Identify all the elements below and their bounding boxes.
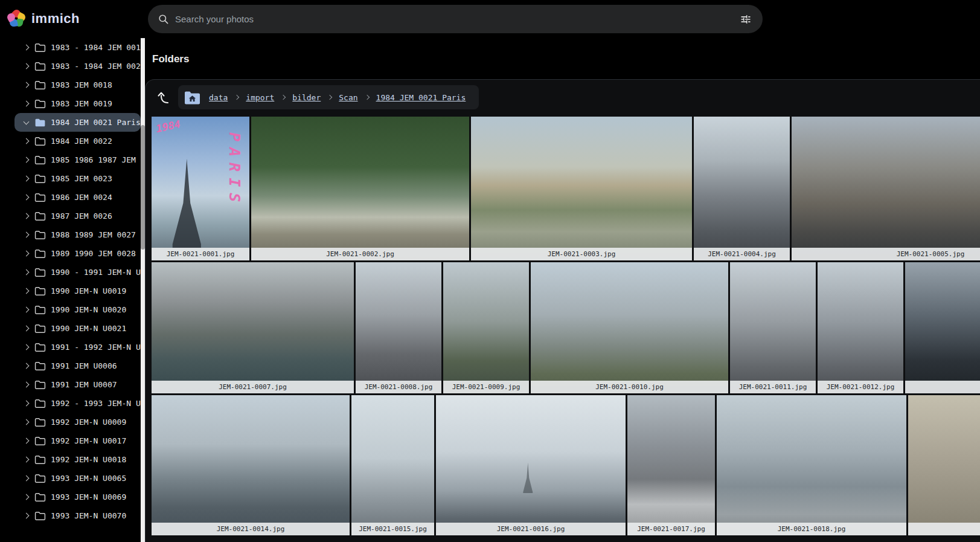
chevron-right-icon[interactable] [24,419,30,425]
sidebar-item-label: 1984 JEM 0022 [51,137,112,146]
chevron-right-icon[interactable] [24,476,30,482]
breadcrumb-link[interactable]: Scan [339,93,357,102]
chevron-right-icon[interactable] [24,195,30,201]
sidebar-item[interactable]: 1988 1989 JEM 0027 [14,225,141,244]
photo-thumbnail[interactable]: 1984PARISJEM-0021-0001.jpg [152,117,249,260]
sidebar-item[interactable]: 1990 JEM-N U0021 [14,319,141,338]
sidebar-item-label: 1992 - 1993 JEM-N U00 [51,399,141,408]
chevron-right-icon[interactable] [24,457,30,463]
photo-thumbnail[interactable]: JEM-0021-0017.jpg [627,395,715,535]
chevron-right-icon[interactable] [24,438,30,444]
photo-caption [905,381,980,393]
immich-logo-icon [7,10,25,28]
up-one-level-button[interactable] [153,87,173,108]
photo-thumbnail[interactable]: JEM-0021-0014.jpg [152,395,350,535]
sidebar-item[interactable]: 1993 JEM-N U0070 [14,506,141,525]
chevron-right-icon[interactable] [24,344,30,350]
photo-caption: JEM-0021-0007.jpg [152,381,354,393]
chevron-right-icon[interactable] [24,363,30,369]
sidebar-scrollbar-thumb[interactable] [141,125,145,250]
chevron-right-icon[interactable] [24,82,30,88]
chevron-right-icon[interactable] [24,63,30,69]
photo-thumbnail[interactable]: JEM-0021-0003.jpg [471,117,692,260]
photo-thumbnail[interactable]: JEM-0021-0011.jpg [730,262,816,393]
photo-thumbnail[interactable]: JEM-0021-0015.jpg [351,395,434,535]
chevron-right-icon[interactable] [24,288,30,294]
chevron-right-icon[interactable] [24,307,30,313]
sidebar-item[interactable]: 1989 1990 JEM 0028 [14,244,141,263]
sidebar-item[interactable]: 1983 - 1984 JEM 0020 [14,57,141,76]
page-title: Folders [152,53,189,65]
chevron-right-icon[interactable] [24,101,30,107]
photo-thumbnail[interactable] [908,395,980,535]
photo-thumbnail[interactable]: JEM-0021-0008.jpg [356,262,441,393]
folder-icon [34,343,46,352]
photo-filename: JEM-0021-0011.jpg [739,383,807,391]
search-filter-button[interactable] [734,7,758,31]
folder-tree-sidebar: 1983 - 1984 JEM 00171983 - 1984 JEM 0020… [0,38,141,542]
chevron-right-icon[interactable] [24,326,30,332]
sidebar-item[interactable]: 1991 JEM U0006 [14,356,141,375]
photo-thumbnail[interactable]: JEM-0021-0018.jpg [717,395,906,535]
sidebar-item[interactable]: 1993 JEM-N U0065 [14,469,141,488]
chevron-right-icon[interactable] [24,232,30,238]
chevron-right-icon[interactable] [24,45,30,51]
immich-logo[interactable]: immich [7,10,80,28]
photo-filename: JEM-0021-0007.jpg [219,383,287,391]
breadcrumb-link[interactable]: 1984 JEM 0021 Paris [376,93,466,102]
sidebar-item[interactable]: 1990 JEM-N U0020 [14,300,141,319]
sidebar-item[interactable]: 1990 JEM-N U0019 [14,282,141,300]
chevron-right-icon[interactable] [24,138,30,144]
sidebar-item-label: 1992 JEM-N U0018 [51,455,126,464]
photo-caption: JEM-0021-0004.jpg [694,248,790,260]
chevron-right-icon[interactable] [24,213,30,219]
chevron-right-icon[interactable] [24,176,30,182]
sidebar-item[interactable]: 1984 JEM 0021 Paris [14,113,141,132]
photo-thumbnail[interactable]: JEM-0021-0005.jpg [792,117,980,260]
sidebar-item[interactable]: 1985 1986 1987 JEM 00 [14,150,141,169]
photo-thumbnail[interactable]: JEM-0021-0004.jpg [694,117,790,260]
sidebar-item[interactable]: 1990 - 1991 JEM-N U00 [14,263,141,282]
sidebar-item[interactable]: 1983 - 1984 JEM 0017 [14,38,141,57]
photo-thumbnail[interactable]: JEM-0021-0010.jpg [531,262,728,393]
sidebar-item[interactable]: 1983 JEM 0019 [14,94,141,113]
sidebar-item[interactable]: 1992 - 1993 JEM-N U00 [14,394,141,413]
photo-thumbnail[interactable]: JEM-0021-0009.jpg [443,262,529,393]
sidebar-item[interactable]: 1991 - 1992 JEM-N U00 [14,338,141,356]
sidebar-item[interactable]: 1987 JEM 0026 [14,207,141,225]
photo-thumbnail[interactable] [905,262,980,393]
sidebar-item[interactable]: 1985 JEM 0023 [14,169,141,188]
chevron-right-icon[interactable] [24,513,30,519]
chevron-right-icon[interactable] [24,269,30,276]
chevron-right-icon[interactable] [24,494,30,500]
chevron-right-icon[interactable] [24,401,30,407]
sidebar-item-label: 1993 JEM-N U0070 [51,511,126,520]
photo-row: JEM-0021-0007.jpgJEM-0021-0008.jpgJEM-00… [152,262,980,393]
search-bar[interactable] [148,5,763,33]
photo-thumbnail[interactable]: JEM-0021-0007.jpg [152,262,354,393]
photo-thumbnail[interactable]: JEM-0021-0016.jpg [436,395,626,535]
sidebar-scrollbar[interactable] [141,38,145,542]
sidebar-item[interactable]: 1983 JEM 0018 [14,76,141,94]
folder-icon [34,211,46,221]
sidebar-item-label: 1991 JEM U0007 [51,380,117,389]
sidebar-item[interactable]: 1992 JEM-N U0009 [14,413,141,431]
home-folder-icon[interactable] [184,91,200,105]
photo-thumbnail[interactable]: JEM-0021-0002.jpg [251,117,469,260]
chevron-right-icon[interactable] [24,382,30,388]
chevron-right-icon[interactable] [24,157,30,163]
breadcrumb-link[interactable]: bilder [292,93,321,102]
sidebar-item[interactable]: 1992 JEM-N U0017 [14,431,141,450]
breadcrumb-link[interactable]: import [246,93,274,102]
sidebar-item[interactable]: 1986 JEM 0024 [14,188,141,207]
sidebar-item[interactable]: 1993 JEM-N U0069 [14,488,141,506]
chevron-down-icon[interactable] [24,118,30,124]
photo-thumbnail[interactable]: JEM-0021-0012.jpg [818,262,903,393]
chevron-right-icon[interactable] [24,251,30,257]
breadcrumb-link[interactable]: data [209,93,228,102]
sidebar-item[interactable]: 1984 JEM 0022 [14,132,141,150]
folder-icon [34,174,46,184]
sidebar-item[interactable]: 1991 JEM U0007 [14,375,141,394]
search-input[interactable] [175,14,734,24]
sidebar-item[interactable]: 1992 JEM-N U0018 [14,450,141,469]
